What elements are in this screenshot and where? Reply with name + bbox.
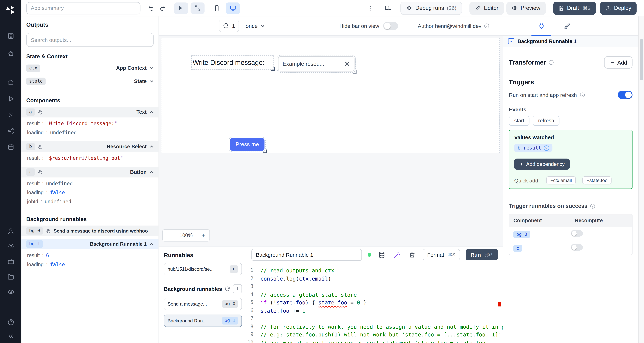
apps-icon[interactable] xyxy=(7,32,14,40)
center-column: 1 once Hide bar on view Author henri@win… xyxy=(159,16,503,343)
output-field: loading:undefined xyxy=(21,129,158,138)
event-chips: start refresh xyxy=(509,116,632,126)
resize-handle[interactable] xyxy=(263,150,267,153)
desktop-view-button[interactable] xyxy=(226,2,240,14)
code-area[interactable]: 1// read outputs and ctx2console.log(ctx… xyxy=(247,262,503,343)
align-components-button[interactable] xyxy=(174,2,188,14)
quick-add-ctx-email-button[interactable]: +ctx.email xyxy=(546,176,576,184)
code-line[interactable]: 3 xyxy=(247,283,503,291)
plus-icon xyxy=(610,60,615,65)
output-field: result:"Write Discord message:" xyxy=(21,120,158,129)
zoom-in-button[interactable]: + xyxy=(197,230,210,241)
draft-button[interactable]: Draft ⌘S xyxy=(553,2,596,14)
cache-button[interactable] xyxy=(377,250,386,260)
button-component[interactable]: Press me xyxy=(230,138,264,151)
star-icon[interactable] xyxy=(7,50,14,57)
debug-runs-button[interactable]: Debug runs (26) xyxy=(400,2,462,14)
preview-tab-button[interactable]: Preview xyxy=(506,2,546,14)
runnable-item-bg1-selected[interactable]: Background Run... bg_1 xyxy=(164,315,242,327)
windmill-logo-icon[interactable] xyxy=(5,4,16,16)
runnable-item-label: hub/1511/discord/se... xyxy=(168,266,227,272)
home-icon[interactable] xyxy=(7,78,14,86)
component-row-b[interactable]: b Resource Select xyxy=(21,141,158,152)
tab-insert[interactable] xyxy=(503,16,528,35)
code-line[interactable]: 6state.foo += 1 xyxy=(247,307,503,315)
tab-styling[interactable] xyxy=(554,16,580,35)
app-canvas[interactable]: Write Discord message: Example resou... … xyxy=(159,36,503,246)
expand-grid-button[interactable] xyxy=(190,2,204,14)
resize-handle[interactable] xyxy=(271,68,275,71)
run-button[interactable]: Run ⌘↵ xyxy=(466,249,498,260)
help-icon[interactable] xyxy=(7,318,14,326)
output-row-state[interactable]: state State xyxy=(21,76,158,87)
app-grid-area[interactable]: Write Discord message: Example resou... … xyxy=(161,38,500,153)
audit-eye-icon[interactable] xyxy=(7,288,14,296)
code-line[interactable]: 7 xyxy=(247,315,503,323)
add-transformer-button[interactable]: Add xyxy=(604,56,632,69)
remove-dependency-button[interactable] xyxy=(544,145,549,150)
recompute-toggle-c[interactable] xyxy=(571,244,582,250)
code-line[interactable]: 8// for reactivity to work, you need to … xyxy=(247,323,503,331)
add-dependency-button[interactable]: Add dependency xyxy=(514,158,570,170)
runs-icon[interactable] xyxy=(7,95,14,102)
mobile-view-button[interactable] xyxy=(211,2,222,14)
watched-value-chip[interactable]: b.result xyxy=(514,144,552,152)
code-line[interactable]: 10// you may also just reassign as next … xyxy=(247,339,503,343)
docs-button[interactable] xyxy=(382,2,394,14)
app-summary-input[interactable] xyxy=(26,2,140,14)
folders-icon[interactable] xyxy=(7,273,14,280)
recompute-toggle-bg0[interactable] xyxy=(571,230,582,236)
chevron-down-icon xyxy=(150,79,154,84)
deploy-label: Deploy xyxy=(614,5,631,11)
code-line[interactable]: 9// e.g: state.foo.push(1) will not work… xyxy=(247,331,503,339)
code-line[interactable]: 2console.log(ctx.email) xyxy=(247,274,503,283)
eye-icon xyxy=(512,5,518,11)
code-line[interactable]: 1// read outputs and ctx xyxy=(247,266,503,274)
resource-select-component[interactable]: Example resou... xyxy=(278,56,354,72)
quick-add-state-foo-button[interactable]: +state.foo xyxy=(582,176,612,184)
schedules-icon[interactable] xyxy=(7,143,14,150)
resize-handle[interactable] xyxy=(353,70,356,74)
output-row-ctx[interactable]: ctx App Context xyxy=(21,63,158,74)
deploy-button[interactable]: Deploy xyxy=(600,2,636,14)
component-row-a[interactable]: a Text xyxy=(21,107,158,118)
undo-button[interactable] xyxy=(145,2,157,14)
button-component-label: Press me xyxy=(236,141,259,148)
format-button[interactable]: Format ⌘S xyxy=(423,249,460,260)
variables-icon[interactable] xyxy=(7,111,14,119)
redo-button[interactable] xyxy=(157,2,168,14)
chevron-up-icon xyxy=(150,144,154,149)
workers-icon[interactable] xyxy=(7,258,14,265)
refresh-group[interactable]: 1 xyxy=(219,20,239,32)
background-runnable-row-bg0[interactable]: bg_0 Send a message to discord using web… xyxy=(21,226,158,236)
ai-assistant-button[interactable] xyxy=(392,250,402,260)
background-runnables-subheader: Background runnables xyxy=(164,284,242,293)
tab-component-settings[interactable] xyxy=(528,16,554,35)
run-on-start-toggle[interactable] xyxy=(618,91,632,99)
page-scrollbar[interactable] xyxy=(638,16,644,343)
clear-selection-button[interactable] xyxy=(345,61,350,67)
scrollbar-thumb[interactable] xyxy=(640,39,643,80)
more-menu-button[interactable] xyxy=(365,2,377,14)
background-runnable-row-bg1[interactable]: bg_1 Background Runnable 1 xyxy=(21,239,158,250)
code-line[interactable]: 4// access a global state store xyxy=(247,291,503,299)
editor-tab-button[interactable]: Editor xyxy=(470,2,504,14)
refresh-interval-select[interactable]: once xyxy=(246,23,265,29)
runnable-title-input[interactable] xyxy=(251,249,362,261)
resources-icon[interactable] xyxy=(7,127,14,134)
user-icon[interactable] xyxy=(7,227,14,235)
runnable-item-hub[interactable]: hub/1511/discord/se... c xyxy=(164,263,242,275)
delete-runnable-button[interactable] xyxy=(408,250,417,260)
collapse-icon[interactable] xyxy=(7,332,14,340)
runnable-item-bg0[interactable]: Send a message... bg_0 xyxy=(164,298,242,310)
add-background-runnable-button[interactable] xyxy=(233,284,242,293)
hide-bar-toggle[interactable] xyxy=(383,22,398,30)
run-on-start-label: Run on start and app refresh xyxy=(509,92,577,98)
settings-gear-icon[interactable] xyxy=(7,242,14,250)
search-outputs-input[interactable] xyxy=(26,33,154,47)
text-component[interactable]: Write Discord message: xyxy=(192,57,272,68)
component-row-c[interactable]: c Button xyxy=(21,167,158,178)
zoom-out-button[interactable]: − xyxy=(163,230,175,241)
author-label: Author henri@windmill.dev xyxy=(418,23,481,29)
code-line[interactable]: 5if (!state.foo) { state.foo = 0 } xyxy=(247,298,503,307)
